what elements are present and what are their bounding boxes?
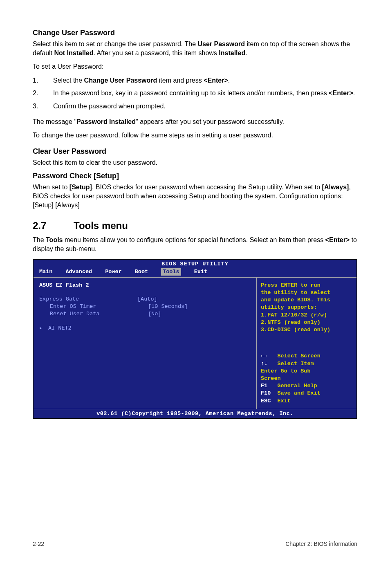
nav-row: Enter Go to Sub [261, 368, 352, 375]
text: Select this item to set or change the us… [33, 40, 197, 47]
help-line: utility supports: [261, 304, 352, 311]
bios-right-pane: Press ENTER to run the utility to select… [257, 278, 356, 409]
paragraph: Select this item to clear the user passw… [33, 158, 357, 167]
tab-boot[interactable]: Boot [135, 268, 148, 276]
step-number: 3. [33, 102, 53, 111]
text-bold: Change User Password [84, 77, 157, 84]
bios-body: ASUS EZ Flash 2 Express Gate [Auto] Ente… [34, 277, 356, 409]
nav-row: ←→ Select Screen [261, 352, 352, 360]
bios-item-ezflash[interactable]: ASUS EZ Flash 2 [39, 282, 251, 289]
text: . [245, 49, 247, 56]
bios-item-ai-net2[interactable]: ▸ AI NET2 [39, 325, 251, 332]
text-bold: User Password [197, 40, 245, 47]
text-bold: [Setup] [69, 184, 92, 191]
tab-advanced[interactable]: Advanced [65, 268, 92, 276]
arrows-lr-icon: ←→ [261, 353, 267, 359]
text: The message " [33, 118, 76, 125]
step-text: Confirm the password when prompted. [53, 102, 166, 111]
bios-item-value: [10 Seconds] [148, 303, 188, 310]
nav-row: F1 General Help [261, 382, 352, 390]
step-text: Select the Change User Password item and… [53, 76, 230, 85]
bios-screenshot: BIOS SETUP UTILITY Main Advanced Power B… [33, 259, 357, 419]
text: In the password box, key in a password c… [53, 90, 329, 97]
heading-change-user-password: Change User Password [33, 29, 357, 37]
bios-tabs: Main Advanced Power Boot Tools Exit [34, 268, 356, 277]
paragraph: When set to [Setup], BIOS checks for use… [33, 183, 357, 209]
page-number: 2-22 [33, 541, 44, 547]
bios-item-value: [Auto] [137, 296, 157, 303]
step-number: 2. [33, 89, 53, 98]
text-bold: Password Installed [76, 118, 136, 125]
text: Select the [53, 77, 84, 84]
page-footer: 2-22 Chapter 2: BIOS information [33, 538, 357, 547]
help-line: 1.FAT 12/16/32 (r/w) [261, 312, 352, 319]
bios-item-reset-user-data[interactable]: Reset User Data [No] [39, 310, 251, 318]
text-bold: Installed [219, 49, 245, 56]
nav-text: Screen [261, 375, 281, 382]
text: . After you set a password, this item sh… [94, 49, 219, 56]
nav-text: Exit [271, 398, 291, 404]
tab-power[interactable]: Power [105, 268, 122, 276]
tab-tools[interactable]: Tools [161, 268, 181, 276]
bios-title: BIOS SETUP UTILITY [34, 260, 356, 268]
nav-text: Select Screen [267, 353, 321, 359]
bios-item-express-gate[interactable]: Express Gate [Auto] [39, 296, 251, 303]
bios-item-label: Express Gate [39, 296, 137, 303]
submenu-arrow-icon: ▸ [39, 325, 44, 332]
arrows-ud-icon: ↑↓ [261, 361, 267, 367]
list-item: 1. Select the Change User Password item … [33, 76, 357, 85]
text: When set to [33, 184, 69, 191]
text: . [228, 77, 230, 84]
help-line: 3.CD-DISC (read only) [261, 326, 352, 334]
nav-text: Select Item [267, 361, 314, 367]
nav-text: Save and Exit [271, 390, 321, 396]
text: item and press [157, 77, 204, 84]
text: " appears after you set your password su… [136, 118, 284, 125]
bios-nav-help: ←→ Select Screen ↑↓ Select Item Enter Go… [261, 352, 352, 405]
paragraph: To change the user password, follow the … [33, 131, 357, 140]
bios-item-label: Reset User Data [39, 310, 148, 318]
section-tools-menu: 2.7Tools menu [33, 220, 357, 231]
step-number: 1. [33, 76, 53, 85]
text-bold: <Enter> [329, 90, 353, 97]
chapter-label: Chapter 2: BIOS information [285, 541, 357, 547]
nav-row: Screen [261, 375, 352, 382]
bios-item-value: [No] [148, 310, 161, 318]
paragraph: The Tools menu items allow you to config… [33, 236, 357, 253]
help-line: and update BIOS. This [261, 296, 352, 304]
list-item: 3. Confirm the password when prompted. [33, 102, 357, 111]
help-line: the utility to select [261, 289, 352, 296]
text: menu items allow you to configure option… [63, 236, 325, 243]
tab-main[interactable]: Main [39, 268, 52, 276]
nav-row: ESC Exit [261, 397, 352, 405]
text-bold: [Always] [322, 184, 349, 191]
text: The [33, 236, 46, 243]
key-f10: F10 [261, 390, 271, 396]
heading-password-check: Password Check [Setup] [33, 172, 357, 180]
tab-exit[interactable]: Exit [194, 268, 207, 276]
bios-item-label: Enter OS Timer [39, 303, 148, 310]
bios-item-label: AI NET2 [48, 325, 72, 332]
step-text: In the password box, key in a password c… [53, 89, 355, 98]
paragraph: The message "Password Installed" appears… [33, 117, 357, 126]
steps-list: 1. Select the Change User Password item … [33, 76, 357, 111]
text: , BIOS checks for user password when acc… [92, 184, 322, 191]
text-bold: Tools [46, 236, 63, 243]
bios-left-pane: ASUS EZ Flash 2 Express Gate [Auto] Ente… [34, 278, 257, 409]
heading-clear-user-password: Clear User Password [33, 147, 357, 156]
text-bold: <Enter> [325, 236, 350, 243]
bios-help-text: Press ENTER to run the utility to select… [261, 282, 352, 334]
help-line: Press ENTER to run [261, 282, 352, 289]
bios-item-label: ASUS EZ Flash 2 [39, 282, 137, 289]
bios-footer: v02.61 (C)Copyright 1985-2009, American … [34, 409, 356, 418]
section-title: Tools menu [74, 220, 128, 231]
help-line: 2.NTFS (read only) [261, 319, 352, 326]
text-bold: <Enter> [204, 77, 228, 84]
text: . [353, 90, 355, 97]
key-f1: F1 [261, 383, 267, 389]
key-esc: ESC [261, 398, 271, 404]
section-number: 2.7 [33, 220, 74, 231]
text-bold: Not Installed [54, 49, 93, 56]
bios-item-enter-os-timer[interactable]: Enter OS Timer [10 Seconds] [39, 303, 251, 310]
list-item: 2. In the password box, key in a passwor… [33, 89, 357, 98]
